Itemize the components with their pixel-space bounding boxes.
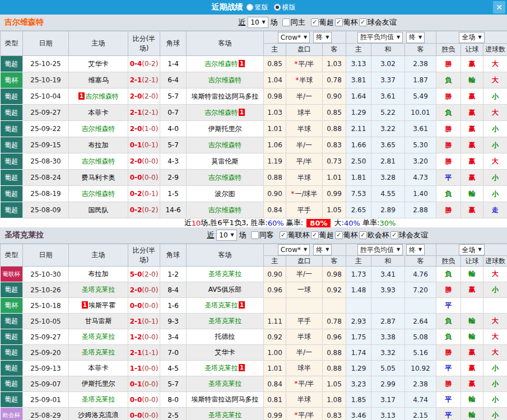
score-cell: 2-1(1-1) [128, 345, 160, 361]
result-wdl-cell: 負 [436, 329, 461, 345]
checkbox-icon[interactable] [359, 18, 367, 26]
match-count-select[interactable]: 10▼ [216, 230, 236, 241]
scope-select[interactable]: 全场▼ [459, 244, 484, 255]
checkbox-icon[interactable] [251, 231, 259, 239]
date-cell: 25-10-25 [23, 56, 69, 72]
team-name: 圣塔克莱拉 [82, 348, 115, 356]
league-filter-球会友谊[interactable]: 球会友谊 [390, 230, 428, 240]
close-icon[interactable]: ✕ [493, 1, 505, 13]
radio-vertical-layout[interactable]: 竖版 [246, 3, 268, 12]
avg-draw-cell: 3.17 [371, 392, 405, 408]
table-body: 葡联杯25-10-30布拉加5-0(2-0)1-2圣塔克莱拉0.90半/一0.9… [1, 267, 507, 420]
col-header: 日期 [23, 31, 69, 56]
checkbox-icon[interactable] [359, 231, 367, 239]
odds-away-cell: 0.88 [323, 361, 346, 376]
avg-home-cell: 1.48 [346, 282, 371, 298]
avg-final-select[interactable]: 终▼ [406, 244, 425, 255]
team-name: AVS俱乐部 [208, 286, 241, 293]
avg-final-select[interactable]: 终▼ [406, 32, 425, 43]
away-team-cell: 吉尔维森特 [187, 72, 264, 88]
avg-away-cell: 1.40 [405, 186, 436, 202]
avg-away-cell: 7.20 [405, 282, 436, 298]
result-handicap-cell: 輸 [461, 329, 483, 345]
score-cell: 0-1(0-0) [128, 376, 160, 392]
avg-draw-cell: 2.87 [371, 314, 405, 329]
radio-horizontal-label: 横版 [282, 3, 296, 12]
avg-home-cell: 1.81 [346, 170, 371, 186]
layout-radio-group: 竖版 横版 [246, 3, 296, 12]
red-card-badge: 1 [239, 60, 245, 67]
result-wdl-cell: 勝 [436, 88, 461, 105]
odds-home-cell: 1.00 [264, 345, 286, 361]
checkbox-icon[interactable] [335, 18, 343, 26]
radio-horizontal-layout[interactable]: 横版 [274, 3, 296, 12]
avg-draw-cell: 3.02 [371, 56, 405, 72]
league-filter-葡联杯[interactable]: 葡联杯 [280, 230, 310, 240]
result-goals-cell: 大 [483, 267, 507, 282]
match-count-select[interactable]: 10▼ [248, 17, 268, 28]
odds-away-cell: 0.99 [323, 186, 346, 202]
checkbox-icon[interactable] [311, 18, 319, 26]
odds-home-cell: 0.81 [264, 392, 286, 408]
avg-type-select[interactable]: 胜平负均值▼ [357, 32, 403, 43]
avg-type-select[interactable]: 胜平负均值▼ [357, 244, 403, 255]
league-cell: 葡超 [1, 137, 23, 153]
checkbox-icon[interactable] [280, 231, 287, 239]
score-cell: 0-4(0-2) [128, 56, 160, 72]
sub-col-header: 胜负 [436, 256, 461, 267]
odds-source-select[interactable]: Crow*▼ [278, 244, 310, 255]
same-venue-filter[interactable]: 同主 [282, 17, 305, 27]
odds-source-select[interactable]: Crow*▼ [278, 32, 310, 43]
sub-col-header: 盘口 [286, 44, 323, 56]
league-filter-球会友谊[interactable]: 球会友谊 [359, 17, 397, 27]
odds-final-select[interactable]: 终▼ [313, 32, 332, 43]
team-title: 吉尔维森特 [0, 17, 129, 27]
handicap-cell: *平/半 [286, 56, 323, 72]
scope-select[interactable]: 全场▼ [459, 32, 484, 43]
avg-away-cell: 1.87 [405, 72, 436, 88]
team-name: 圣塔克莱拉 [208, 317, 242, 325]
team-name: 吉尔维森特 [85, 92, 119, 100]
corner-cell: 4-5 [160, 361, 187, 376]
league-filter-葡超[interactable]: 葡超 [311, 17, 334, 27]
radio-icon[interactable] [274, 4, 281, 11]
odds-final-select[interactable]: 终▼ [313, 244, 332, 255]
summary-segment: 60% [268, 219, 284, 227]
date-cell: 25-08-24 [23, 170, 69, 186]
date-cell: 25-08-30 [23, 153, 69, 170]
team-name: 吉尔维森特 [204, 109, 238, 116]
checkbox-icon[interactable] [311, 231, 319, 239]
league-filter-葡超[interactable]: 葡超 [311, 230, 334, 240]
score-cell: 0-0(0-0) [128, 408, 160, 420]
result-handicap-cell [461, 298, 483, 314]
col-header: 主场 [69, 244, 128, 267]
result-wdl-cell: 平 [436, 170, 461, 186]
dialog-title: 近期战绩 [212, 2, 243, 12]
sub-col-header: 让球 [461, 44, 483, 56]
league-filter-葡杯[interactable]: 葡杯 [335, 17, 358, 27]
scope-select-group: 全场▼ [436, 31, 507, 44]
handicap-cell: 半/一 [286, 345, 323, 361]
score-cell: 0-2(0-2) [128, 202, 160, 218]
same-venue-filter[interactable]: 同客 [251, 230, 274, 240]
recent-label[interactable]: 近 [207, 230, 214, 240]
league-cell: 欧会杯 [1, 408, 23, 420]
checkbox-icon[interactable] [282, 18, 290, 26]
team-name: 波尔图 [215, 190, 235, 198]
result-handicap-cell: 赢 [461, 345, 483, 361]
league-filter-欧会杯[interactable]: 欧会杯 [359, 230, 389, 240]
summary-segment: 赢率: [284, 218, 306, 228]
radio-icon[interactable] [246, 4, 253, 11]
league-filter-葡杯[interactable]: 葡杯 [335, 230, 358, 240]
checkbox-icon[interactable] [335, 231, 343, 239]
score-cell: 1-2(0-0) [128, 329, 160, 345]
recent-label[interactable]: 近 [238, 17, 245, 27]
team-name: 吉尔维森特 [208, 141, 242, 149]
avg-home-cell: 1.74 [346, 345, 371, 361]
away-team-cell: 圣塔克莱拉 [187, 314, 264, 329]
odds-home-cell: 0.99 [264, 408, 286, 420]
checkbox-icon[interactable] [390, 231, 398, 239]
date-cell: 25-10-26 [23, 282, 69, 298]
score-cell: 2-0(1-0) [128, 121, 160, 137]
avg-select-group: 胜平负均值▼终▼ [346, 31, 436, 44]
